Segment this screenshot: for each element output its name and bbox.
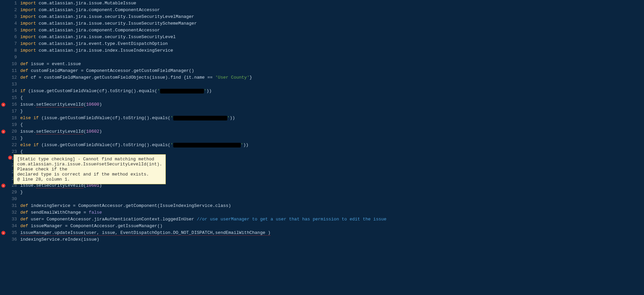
line-number: 12 [7, 74, 17, 81]
redacted-text [160, 89, 204, 93]
code-line[interactable]: import com.atlassian.jira.event.type.Eve… [20, 41, 644, 47]
code-text: cf = customFieldManager.getCustomFieldOb… [28, 75, 215, 80]
line-number: 31 [7, 203, 17, 209]
code-text: com.atlassian.jira.component.ComponentAc… [36, 28, 160, 33]
code-line[interactable]: def issueManager = ComponentAccessor.get… [20, 223, 644, 230]
code-text: } [20, 136, 23, 141]
keyword: import [20, 28, 36, 33]
code-text: issueManager = ComponentAccessor.getIssu… [28, 223, 162, 229]
code-line[interactable]: def indexingService = ComponentAccessor.… [20, 203, 644, 209]
code-text: user= ComponentAccessor.jiraAuthenticati… [28, 217, 197, 222]
code-line[interactable] [20, 196, 644, 203]
code-line[interactable]: { [20, 122, 644, 128]
code-text: { [20, 122, 23, 127]
code-line[interactable]: issueManager.updateIssue(user, issue, Ev… [20, 230, 644, 236]
code-text: (issue.getCustomFieldValue(cf).toString(… [39, 142, 171, 148]
line-number: 6 [7, 34, 17, 41]
code-line[interactable]: } [20, 189, 644, 196]
code-line[interactable]: else if (issue.getCustomFieldValue(cf).t… [20, 142, 644, 149]
code-text: com.atlassian.jira.issue.security.IssueS… [36, 21, 197, 26]
error-underline: setSecurityLevelId [36, 129, 83, 134]
code-line[interactable]: else if (issue.getCustomFieldValue(cf).t… [20, 115, 644, 122]
code-line[interactable]: def sendEmailWithChange = false [20, 209, 644, 216]
error-marker[interactable] [1, 231, 5, 235]
error-underline: issueManager.updateIssue(user, issue, Ev… [20, 230, 271, 236]
code-text: (issue.getCustomFieldValue(cf).toString(… [26, 88, 157, 93]
number-literal: 10600 [86, 102, 99, 107]
code-line[interactable]: import com.atlassian.jira.issue.security… [20, 34, 644, 41]
line-number: 2 [7, 7, 17, 14]
line-number: 13 [7, 81, 17, 88]
code-line[interactable]: import com.atlassian.jira.issue.MutableI… [20, 0, 644, 7]
number-literal: 10602 [86, 129, 99, 134]
error-marker[interactable] [1, 130, 5, 134]
keyword: import [20, 1, 36, 6]
code-line[interactable] [20, 81, 644, 88]
line-number: 3 [7, 14, 17, 20]
code-area[interactable]: import com.atlassian.jira.issue.MutableI… [20, 0, 644, 295]
code-text: com.atlassian.jira.issue.security.IssueS… [36, 14, 194, 19]
code-line[interactable]: indexingService.reIndex(issue) [20, 236, 644, 243]
keyword: import [20, 21, 36, 26]
code-text: } [20, 190, 23, 195]
code-line[interactable]: if (issue.getCustomFieldValue(cf).toStri… [20, 88, 644, 95]
code-text: (issue.getCustomFieldValue(cf).toString(… [39, 115, 171, 120]
code-line[interactable]: def user= ComponentAccessor.jiraAuthenti… [20, 216, 644, 223]
code-line[interactable]: def customFieldManager = ComponentAccess… [20, 68, 644, 74]
line-number: 29 [7, 189, 17, 196]
line-number: 8 [7, 47, 17, 54]
code-line[interactable]: import com.atlassian.jira.issue.security… [20, 14, 644, 20]
error-marker[interactable] [1, 103, 5, 107]
error-marker[interactable] [1, 184, 5, 188]
line-number: 33 [7, 216, 17, 223]
code-text: } [20, 109, 23, 114]
keyword: import [20, 48, 36, 53]
code-line[interactable]: import com.atlassian.jira.issue.index.Is… [20, 47, 644, 54]
error-tooltip: [Static type checking] - Cannot find mat… [14, 154, 166, 184]
code-line[interactable]: import com.atlassian.jira.component.Comp… [20, 7, 644, 14]
code-text: } [250, 75, 252, 80]
keyword: import [20, 41, 36, 46]
keyword: def [20, 203, 28, 208]
code-text: issue = event.issue [28, 61, 81, 66]
error-gutter [0, 0, 7, 295]
code-text: indexingService = ComponentAccessor.getC… [28, 203, 231, 208]
line-number: 4 [7, 20, 17, 27]
line-number-gutter: 1234567891011121314151617181920212223242… [7, 0, 20, 295]
code-text: )) [230, 115, 235, 120]
code-text: com.atlassian.jira.component.ComponentAc… [36, 7, 160, 12]
code-text: issue. [20, 102, 36, 107]
code-line[interactable]: } [20, 135, 644, 142]
code-line[interactable]: { [20, 95, 644, 101]
keyword: def [20, 210, 28, 215]
tooltip-text: @ line 28, column 1. [17, 177, 162, 182]
code-line[interactable]: issue.setSecurityLevelId(10602) [20, 128, 644, 135]
comment: //or use userManager to get a user that … [197, 217, 387, 222]
code-text: com.atlassian.jira.issue.security.IssueS… [36, 34, 176, 39]
code-line[interactable]: import com.atlassian.jira.issue.security… [20, 20, 644, 27]
code-line[interactable]: def issue = event.issue [20, 61, 644, 68]
keyword: else if [20, 115, 39, 120]
line-number: 36 [7, 236, 17, 243]
line-number: 21 [7, 135, 17, 142]
keyword: def [20, 217, 28, 222]
code-text: com.atlassian.jira.event.type.EventDispa… [36, 41, 168, 46]
code-line[interactable]: } [20, 108, 644, 115]
tooltip-text: [Static type checking] - Cannot find mat… [17, 157, 162, 162]
keyword: import [20, 7, 36, 12]
code-text: ( [83, 129, 86, 134]
code-text: ) [99, 129, 102, 134]
line-number: 16 [7, 101, 17, 108]
line-number: 34 [7, 223, 17, 230]
keyword: import [20, 14, 36, 19]
code-line[interactable] [20, 54, 644, 61]
line-number: 22 [7, 142, 17, 149]
code-line[interactable]: issue.setSecurityLevelId(10600) [20, 101, 644, 108]
code-text: sendEmailWithChange = [28, 210, 88, 215]
code-line[interactable]: import com.atlassian.jira.component.Comp… [20, 27, 644, 34]
line-number: 15 [7, 95, 17, 101]
keyword: def [20, 223, 28, 229]
code-line[interactable]: def cf = customFieldManager.getCustomFie… [20, 74, 644, 81]
line-number: 14 [7, 88, 17, 95]
line-number: 18 [7, 115, 17, 122]
